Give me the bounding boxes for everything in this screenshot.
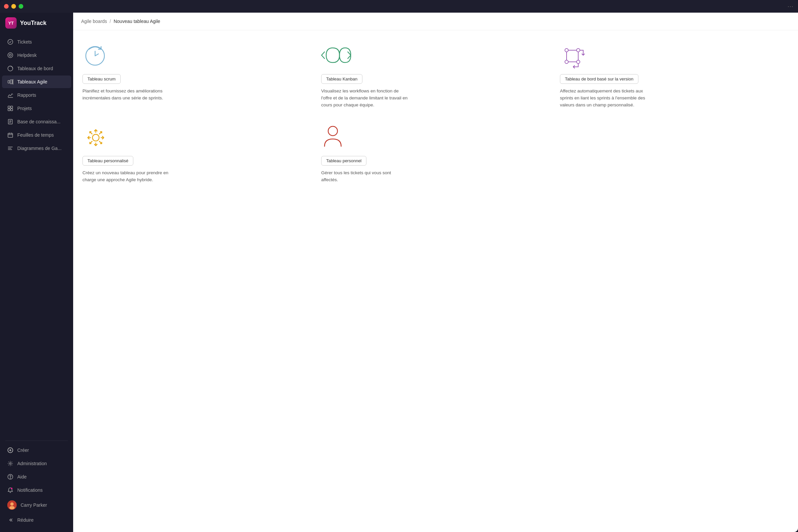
svg-rect-11	[11, 109, 13, 111]
svg-point-35	[576, 49, 580, 52]
svg-point-28	[10, 478, 10, 478]
sidebar: YT YouTrack Tickets	[0, 13, 73, 532]
help-icon	[7, 474, 13, 480]
app-logo: YT YouTrack	[0, 13, 73, 35]
main-content: Agile boards / Nouveau tableau Agile	[73, 13, 798, 532]
traffic-lights	[4, 4, 23, 8]
sidebar-item-notifications[interactable]: Notifications	[2, 484, 71, 496]
board-type-grid: Tableau scrum Planifiez et fournissez de…	[73, 30, 798, 532]
custom-label-button[interactable]: Tableau personnalisé	[82, 156, 133, 166]
sidebar-item-reduire[interactable]: Réduire	[2, 514, 71, 526]
knowledge-icon	[7, 119, 13, 125]
breadcrumb: Agile boards / Nouveau tableau Agile	[73, 13, 798, 30]
board-card-kanban[interactable]: Tableau Kanban Visualisez les workflows …	[321, 40, 550, 109]
sidebar-item-base-connaissance[interactable]: Base de connaissa...	[2, 115, 71, 128]
sidebar-item-rapports[interactable]: Rapports	[2, 89, 71, 101]
svg-point-42	[92, 134, 99, 141]
breadcrumb-separator: /	[110, 19, 111, 24]
more-options-icon[interactable]: ⋯	[787, 3, 794, 10]
sidebar-item-projets[interactable]: Projets	[2, 102, 71, 115]
board-card-scrum[interactable]: Tableau scrum Planifiez et fournissez de…	[82, 40, 311, 109]
maximize-button[interactable]	[19, 4, 23, 8]
title-bar: ⋯	[0, 0, 798, 13]
version-icon-area	[560, 40, 789, 70]
sidebar-item-user[interactable]: Carry Parker	[2, 497, 71, 513]
personal-label-button[interactable]: Tableau personnel	[321, 156, 366, 166]
reports-icon	[7, 92, 13, 98]
close-button[interactable]	[4, 4, 8, 8]
kanban-label-button[interactable]: Tableau Kanban	[321, 74, 362, 84]
logo-icon: YT	[5, 17, 17, 28]
minimize-button[interactable]	[11, 4, 16, 8]
sidebar-item-administration[interactable]: Administration	[2, 457, 71, 470]
breadcrumb-parent[interactable]: Agile boards	[81, 19, 107, 24]
svg-rect-10	[8, 109, 10, 111]
svg-rect-9	[11, 106, 13, 108]
svg-point-34	[565, 49, 568, 52]
svg-rect-16	[8, 133, 13, 137]
sidebar-item-creer[interactable]: Créer	[2, 444, 71, 457]
gantt-icon	[7, 145, 13, 151]
board-card-personal[interactable]: Tableau personnel Gérer tous les tickets…	[321, 122, 550, 184]
svg-rect-6	[13, 79, 13, 84]
board-card-version[interactable]: Tableau de bord basé sur la version Affe…	[560, 40, 789, 109]
projects-icon	[7, 106, 13, 111]
svg-point-1	[8, 53, 13, 58]
personal-description: Gérer tous les tickets qui vous sont aff…	[321, 170, 407, 184]
sidebar-item-helpdesk[interactable]: Helpdesk	[2, 49, 71, 61]
helpdesk-icon	[7, 52, 13, 58]
svg-point-2	[9, 54, 11, 56]
agile-icon	[7, 79, 13, 85]
version-label-button[interactable]: Tableau de bord basé sur la version	[560, 74, 639, 84]
sidebar-item-tickets[interactable]: Tickets	[2, 36, 71, 48]
bell-icon	[7, 487, 13, 493]
plus-icon	[7, 447, 13, 453]
user-avatar	[7, 500, 17, 510]
svg-point-37	[576, 60, 580, 63]
scrum-description: Planifiez et fournissez des amélioration…	[82, 88, 169, 102]
gear-icon	[7, 460, 13, 467]
svg-rect-5	[10, 80, 12, 84]
tickets-icon	[7, 39, 13, 45]
svg-point-32	[9, 506, 15, 509]
svg-point-51	[328, 126, 338, 136]
sidebar-item-aide[interactable]: Aide	[2, 471, 71, 483]
svg-rect-8	[8, 106, 10, 108]
sidebar-item-tableaux-agile[interactable]: Tableaux Agile	[2, 75, 71, 88]
custom-icon-area	[82, 122, 311, 152]
svg-point-26	[10, 463, 11, 464]
custom-description: Créez un nouveau tableau pour prendre en…	[82, 170, 169, 184]
svg-point-36	[565, 60, 568, 63]
svg-point-29	[11, 488, 13, 490]
dashboard-icon	[7, 65, 13, 72]
board-card-custom[interactable]: Tableau personnalisé Créez un nouveau ta…	[82, 122, 311, 184]
sidebar-item-tableaux-de-bord[interactable]: Tableaux de bord	[2, 62, 71, 75]
scrum-icon-area	[82, 40, 311, 70]
sidebar-item-diagrammes[interactable]: Diagrammes de Ga...	[2, 142, 71, 155]
timesheets-icon	[7, 132, 13, 138]
scrum-label-button[interactable]: Tableau scrum	[82, 74, 121, 84]
sidebar-item-feuilles-temps[interactable]: Feuilles de temps	[2, 129, 71, 141]
svg-rect-4	[8, 80, 10, 83]
version-description: Affectez automatiquement des tickets aux…	[560, 88, 646, 109]
app-name: YouTrack	[20, 20, 46, 26]
collapse-icon	[7, 517, 13, 523]
personal-icon-area	[321, 122, 550, 152]
kanban-description: Visualisez les workflows en fonction de …	[321, 88, 407, 109]
breadcrumb-current: Nouveau tableau Agile	[114, 19, 160, 24]
kanban-icon-area	[321, 40, 550, 70]
svg-point-31	[10, 502, 14, 506]
